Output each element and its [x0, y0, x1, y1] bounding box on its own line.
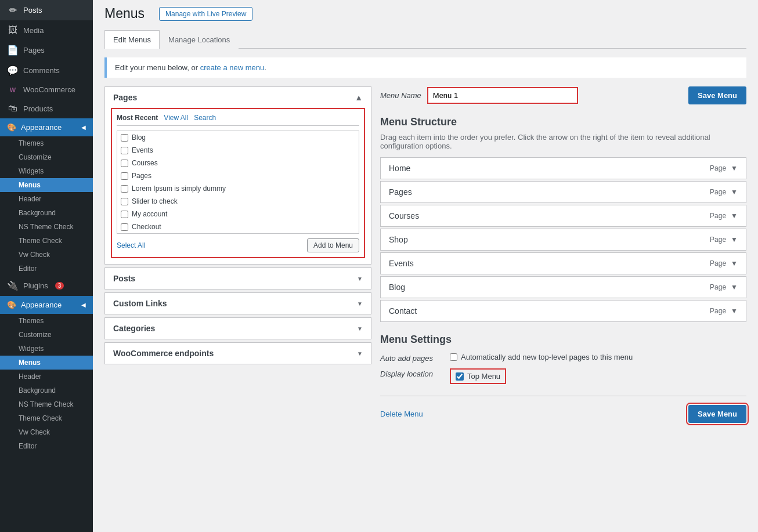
menu-item-home: Home Page ▼ — [380, 157, 746, 179]
custom-links-accordion-header[interactable]: Custom Links ▼ — [105, 293, 371, 314]
pages-list: Blog Events Courses — [117, 131, 359, 234]
menu-item-shop-chevron[interactable]: ▼ — [731, 236, 738, 244]
sidebar-sub-customize-2[interactable]: Customize — [0, 328, 93, 342]
page-item-pages: Pages — [117, 169, 359, 182]
categories-chevron-icon: ▼ — [357, 325, 363, 332]
categories-accordion-header[interactable]: Categories ▼ — [105, 318, 371, 339]
sidebar-sub-vw-check-1[interactable]: Vw Check — [0, 248, 93, 262]
categories-accordion-section: Categories ▼ — [104, 317, 371, 339]
menu-items-list: Home Page ▼ Pages Page ▼ — [380, 157, 746, 322]
sidebar-sub-ns-theme-check-2[interactable]: NS Theme Check — [0, 397, 93, 411]
custom-links-accordion-section: Custom Links ▼ — [104, 292, 371, 314]
page-checkbox-blog[interactable] — [121, 134, 128, 142]
page-header: Menus Manage with Live Preview — [104, 0, 746, 30]
woocommerce-accordion-header[interactable]: WooCommerce endpoints ▼ — [105, 343, 371, 364]
menu-item-blog: Blog Page ▼ — [380, 276, 746, 298]
sidebar-sub-themes-1[interactable]: Themes — [0, 136, 93, 150]
page-checkbox-slider[interactable] — [121, 198, 128, 205]
sidebar-sub-background-1[interactable]: Background — [0, 206, 93, 220]
menu-item-events-chevron[interactable]: ▼ — [731, 259, 738, 267]
pages-accordion-section: Pages ▲ Most Recent View All Search B — [104, 86, 371, 265]
menu-item-courses-chevron[interactable]: ▼ — [731, 212, 738, 220]
pages-tab-view-all[interactable]: View All — [164, 114, 188, 122]
appearance-icon-1: 🎨 — [7, 123, 16, 132]
live-preview-button[interactable]: Manage with Live Preview — [159, 7, 252, 21]
posts-icon: ✏ — [7, 5, 19, 16]
comments-icon: 💬 — [7, 65, 19, 76]
pages-tab-most-recent[interactable]: Most Recent — [117, 114, 158, 122]
sidebar-item-pages[interactable]: 📄 Pages — [0, 40, 93, 60]
content-columns: Pages ▲ Most Recent View All Search B — [104, 86, 746, 423]
menu-name-label: Menu Name — [380, 91, 421, 100]
sidebar-item-appearance-2[interactable]: 🎨 Appearance ◀ — [0, 296, 93, 314]
pages-tab-search[interactable]: Search — [194, 114, 216, 122]
sidebar-sub-menus-1[interactable]: Menus — [0, 178, 93, 192]
notice-bar: Edit your menu below, or create a new me… — [104, 57, 746, 78]
page-checkbox-pages[interactable] — [121, 172, 128, 180]
menu-item-contact-chevron[interactable]: ▼ — [731, 307, 738, 315]
page-item-myaccount: My account — [117, 208, 359, 220]
posts-accordion-header[interactable]: Posts ▼ — [105, 268, 371, 289]
display-location-box: Top Menu — [450, 368, 506, 384]
sidebar-sub-menus-2[interactable]: Menus — [0, 356, 93, 370]
sidebar-item-plugins[interactable]: 🔌 Plugins 3 — [0, 276, 93, 296]
media-icon: 🖼 — [7, 25, 19, 35]
page-item-courses: Courses — [117, 157, 359, 169]
woocommerce-chevron-icon: ▼ — [357, 350, 363, 357]
sidebar-item-posts[interactable]: ✏ Posts — [0, 0, 93, 20]
delete-menu-link[interactable]: Delete Menu — [380, 410, 423, 418]
save-menu-button-bottom[interactable]: Save Menu — [688, 405, 746, 423]
sidebar-sub-editor-2[interactable]: Editor — [0, 439, 93, 453]
sidebar-sub-themes-2[interactable]: Themes — [0, 314, 93, 328]
products-icon: 🛍 — [7, 103, 19, 114]
page-checkbox-myaccount[interactable] — [121, 211, 128, 218]
page-checkbox-checkout[interactable] — [121, 223, 128, 231]
page-checkbox-courses[interactable] — [121, 160, 128, 167]
sidebar-sub-customize-1[interactable]: Customize — [0, 150, 93, 164]
sidebar-item-products[interactable]: 🛍 Products — [0, 99, 93, 118]
menu-item-shop: Shop Page ▼ — [380, 229, 746, 251]
create-new-menu-link[interactable]: create a new menu — [200, 63, 265, 72]
pages-section-title: Pages — [113, 93, 137, 102]
page-item-lorem: Lorem Ipsum is simply dummy — [117, 182, 359, 195]
left-panel: Pages ▲ Most Recent View All Search B — [104, 86, 371, 367]
page-checkbox-lorem[interactable] — [121, 185, 128, 193]
sidebar-sub-widgets-1[interactable]: Widgets — [0, 164, 93, 178]
sidebar-sub-ns-theme-check-1[interactable]: NS Theme Check — [0, 220, 93, 234]
menu-item-contact: Contact Page ▼ — [380, 300, 746, 322]
menu-item-events: Events Page ▼ — [380, 252, 746, 274]
auto-add-checkbox[interactable] — [450, 353, 457, 361]
menu-item-pages: Pages Page ▼ — [380, 181, 746, 203]
sidebar-sub-header-2[interactable]: Header — [0, 370, 93, 383]
sidebar-sub-widgets-2[interactable]: Widgets — [0, 342, 93, 356]
page-item-slider: Slider to check — [117, 195, 359, 208]
menu-item-blog-chevron[interactable]: ▼ — [731, 283, 738, 291]
top-menu-checkbox[interactable] — [456, 372, 464, 381]
tab-edit-menus[interactable]: Edit Menus — [104, 30, 160, 49]
page-checkbox-events[interactable] — [121, 147, 128, 154]
sidebar-sub-vw-check-2[interactable]: Vw Check — [0, 425, 93, 439]
sidebar-sub-editor-1[interactable]: Editor — [0, 262, 93, 276]
sidebar-item-comments[interactable]: 💬 Comments — [0, 60, 93, 81]
sidebar-sub-header-1[interactable]: Header — [0, 192, 93, 206]
menu-name-input[interactable] — [427, 87, 578, 104]
select-all-link[interactable]: Select All — [117, 241, 145, 249]
menu-item-home-chevron[interactable]: ▼ — [731, 164, 738, 172]
tab-manage-locations[interactable]: Manage Locations — [160, 30, 239, 49]
tabs-bar: Edit Menus Manage Locations — [104, 30, 746, 49]
main-content: Menus Manage with Live Preview Edit Menu… — [93, 0, 758, 532]
add-to-menu-button[interactable]: Add to Menu — [307, 238, 359, 252]
sidebar-item-appearance-1[interactable]: 🎨 Appearance ◀ — [0, 118, 93, 136]
sidebar-sub-theme-check-2[interactable]: Theme Check — [0, 411, 93, 425]
sidebar-sub-theme-check-1[interactable]: Theme Check — [0, 234, 93, 248]
display-location-label: Display location — [380, 368, 450, 378]
menu-item-pages-chevron[interactable]: ▼ — [731, 188, 738, 196]
menu-settings: Menu Settings Auto add pages Automatical… — [380, 334, 746, 384]
save-menu-button-top[interactable]: Save Menu — [688, 86, 746, 104]
sidebar-item-media[interactable]: 🖼 Media — [0, 20, 93, 40]
sidebar-item-woocommerce[interactable]: W WooCommerce — [0, 81, 93, 99]
page-item-blog: Blog — [117, 131, 359, 144]
woocommerce-accordion-section: WooCommerce endpoints ▼ — [104, 342, 371, 364]
sidebar-sub-background-2[interactable]: Background — [0, 383, 93, 397]
pages-accordion-header[interactable]: Pages ▲ — [105, 87, 371, 108]
